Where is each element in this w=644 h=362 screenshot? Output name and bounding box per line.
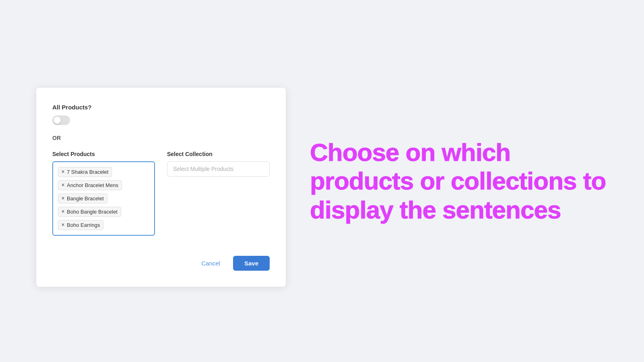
tag-7-shakra: × 7 Shakra Bracelet (58, 167, 112, 177)
tag-label-anchor-bracelet: Anchor Bracelet Mens (67, 182, 118, 188)
remove-anchor-bracelet[interactable]: × (62, 182, 64, 188)
all-products-toggle[interactable] (52, 115, 70, 125)
remove-boho-bangle[interactable]: × (62, 209, 64, 214)
tag-boho-bangle: × Boho Bangle Bracelet (58, 207, 121, 217)
tag-boho-earrings: × Boho Earrings (58, 220, 103, 230)
promo-text: Choose on which products or collections … (310, 138, 620, 224)
tag-bangle-bracelet: × Bangle Bracelet (58, 193, 107, 204)
select-products-section: Select Products × 7 Shakra Bracelet × An… (52, 151, 155, 236)
tag-label-7-shakra: 7 Shakra Bracelet (67, 169, 108, 175)
cancel-button[interactable]: Cancel (195, 257, 227, 270)
right-text-section: Choose on which products or collections … (286, 114, 644, 248)
selectors-row: Select Products × 7 Shakra Bracelet × An… (52, 151, 270, 236)
select-collection-label: Select Collection (167, 151, 270, 157)
main-container: All Products? OR Select Products × 7 Sha… (0, 0, 644, 362)
buttons-row: Cancel Save (52, 252, 270, 271)
collection-input[interactable] (167, 161, 270, 177)
select-collection-section: Select Collection (167, 151, 270, 236)
remove-7-shakra[interactable]: × (62, 169, 64, 175)
save-button[interactable]: Save (233, 256, 270, 271)
all-products-label: All Products? (52, 104, 270, 111)
or-label: OR (52, 135, 270, 141)
select-products-label: Select Products (52, 151, 155, 157)
remove-boho-earrings[interactable]: × (62, 222, 64, 228)
tag-label-boho-earrings: Boho Earrings (67, 222, 100, 228)
tag-label-bangle-bracelet: Bangle Bracelet (67, 195, 104, 202)
tag-label-boho-bangle: Boho Bangle Bracelet (67, 209, 118, 215)
products-box: × 7 Shakra Bracelet × Anchor Bracelet Me… (52, 161, 155, 236)
panel: All Products? OR Select Products × 7 Sha… (36, 88, 286, 287)
remove-bangle-bracelet[interactable]: × (62, 195, 64, 201)
toggle-container (52, 115, 270, 127)
tag-anchor-bracelet: × Anchor Bracelet Mens (58, 180, 122, 190)
